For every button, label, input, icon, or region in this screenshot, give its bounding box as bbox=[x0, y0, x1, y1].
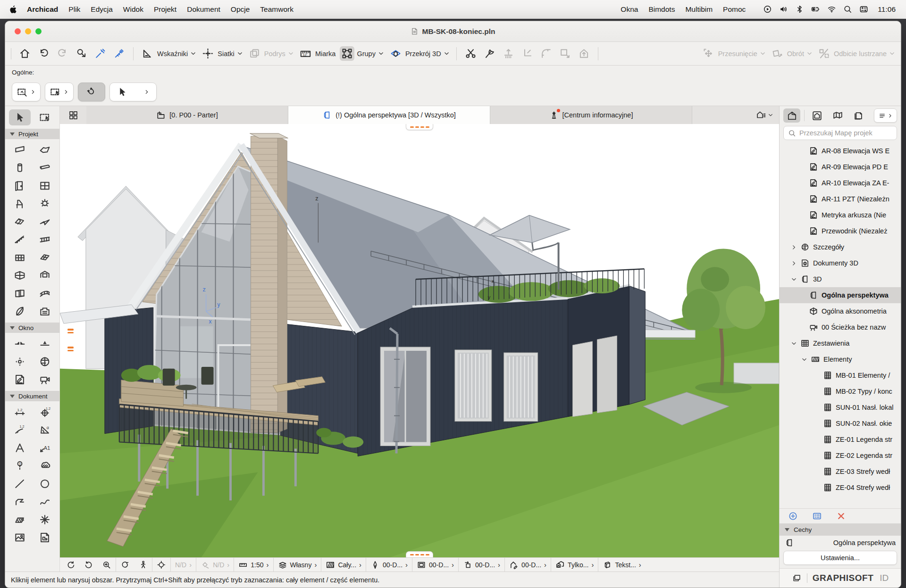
add-view-icon[interactable] bbox=[788, 511, 798, 521]
navigator-menu-button[interactable] bbox=[874, 108, 897, 123]
tree-item[interactable]: ZE-04 Strefy wedł bbox=[780, 480, 901, 496]
settings-button[interactable]: Ustawienia... bbox=[783, 551, 897, 565]
beam-tool[interactable] bbox=[34, 160, 56, 176]
renovation-filter-control[interactable]: N/D› bbox=[196, 558, 234, 571]
minimize-window-button[interactable] bbox=[25, 28, 31, 34]
battery-icon[interactable] bbox=[811, 5, 820, 14]
morph-tool[interactable] bbox=[34, 303, 56, 319]
menu-bimdots[interactable]: Bimdots bbox=[643, 5, 680, 14]
measure-button[interactable]: 12Miarka bbox=[298, 46, 336, 61]
fillet-button[interactable] bbox=[539, 46, 554, 61]
3d-style-control[interactable]: Tekst...› bbox=[598, 558, 645, 571]
marquee-button[interactable] bbox=[45, 83, 74, 101]
tree-item[interactable]: Dokumenty 3D bbox=[780, 255, 901, 271]
curtainwall-tool[interactable] bbox=[9, 249, 31, 265]
home-button[interactable] bbox=[17, 46, 32, 61]
warning-indicator-1[interactable] bbox=[67, 329, 74, 333]
groups-button[interactable]: Grupy bbox=[340, 46, 384, 61]
zoom-value-control[interactable]: N/D› bbox=[171, 558, 196, 571]
spline-tool[interactable] bbox=[34, 494, 56, 510]
tree-item[interactable]: AR-11 PZT (Niezależn bbox=[780, 191, 901, 207]
model-view-options-control[interactable]: Cały...› bbox=[321, 558, 366, 571]
delete-icon[interactable] bbox=[836, 511, 846, 521]
inject-parameters-button[interactable] bbox=[112, 46, 126, 61]
tab--centrum-informacyjne-[interactable]: [Centrum informacyjne] bbox=[490, 106, 692, 124]
fit-in-window-control[interactable] bbox=[152, 558, 170, 571]
windows-stack-icon[interactable] bbox=[792, 573, 802, 583]
camera-tool[interactable] bbox=[34, 372, 56, 388]
tree-item[interactable]: AR-09 Elewacja PD E bbox=[780, 159, 901, 175]
collapsed-palette-handle-top[interactable] bbox=[406, 124, 433, 130]
title-bar[interactable]: MB-SK-08-koniec.pln bbox=[5, 21, 901, 42]
grids-button[interactable]: Siatki bbox=[201, 46, 243, 61]
tree-item[interactable]: Przewodnik (Niezależ bbox=[780, 223, 901, 239]
3d-viewport[interactable]: z x y z y x bbox=[60, 124, 779, 557]
orbit-control[interactable] bbox=[116, 558, 134, 571]
intersect-button[interactable] bbox=[520, 46, 535, 61]
menu-widok[interactable]: Widok bbox=[118, 5, 149, 14]
zoom-forward-control[interactable] bbox=[80, 558, 98, 571]
window-tool[interactable] bbox=[34, 178, 56, 194]
explore-walk-control[interactable] bbox=[134, 558, 152, 571]
tree-item[interactable]: 3D bbox=[780, 271, 901, 287]
marquee-tool[interactable] bbox=[34, 109, 56, 125]
zoom-window-button[interactable] bbox=[35, 28, 42, 34]
tree-item[interactable]: SUN-01 Nasł. lokal bbox=[780, 399, 901, 415]
image-tool[interactable] bbox=[9, 530, 31, 546]
menu-pomoc[interactable]: Pomoc bbox=[718, 5, 751, 14]
undo-button[interactable] bbox=[36, 46, 51, 61]
cubegrid-tool[interactable] bbox=[9, 267, 31, 283]
shell-tool[interactable] bbox=[34, 214, 56, 230]
bluetooth-icon[interactable] bbox=[795, 5, 804, 14]
dimension-style-control[interactable]: 00-D...› bbox=[412, 558, 458, 571]
object-tool[interactable] bbox=[9, 196, 31, 212]
trim-button[interactable] bbox=[482, 46, 497, 61]
warning-indicator-2[interactable] bbox=[67, 347, 74, 351]
wall-tool[interactable] bbox=[9, 142, 31, 158]
arrow-tool[interactable] bbox=[9, 109, 31, 125]
tree-item[interactable]: Zestawienia bbox=[780, 335, 901, 351]
intelev-tool[interactable] bbox=[9, 354, 31, 370]
roof-tool[interactable] bbox=[9, 214, 31, 230]
view-settings-icon[interactable] bbox=[812, 511, 822, 521]
navigator-dropdown[interactable] bbox=[750, 106, 779, 124]
menu-projekt[interactable]: Projekt bbox=[149, 5, 182, 14]
orientation-control[interactable]: 00-D...› bbox=[459, 558, 504, 571]
trace-button[interactable]: Podrys bbox=[247, 46, 294, 61]
elevate-button[interactable] bbox=[577, 46, 591, 61]
tree-item[interactable]: Metryka arkusza (Nie bbox=[780, 207, 901, 223]
tab--og-lna-perspektywa-3d-wszystko-[interactable]: (!) Ogólna perspektywa [3D / Wszystko] bbox=[288, 106, 490, 124]
tree-item[interactable]: 00 Ścieżka bez nazw bbox=[780, 319, 901, 335]
tree-item[interactable]: Ogólna aksonometria bbox=[780, 303, 901, 319]
navigator-view-sheets[interactable] bbox=[850, 108, 867, 123]
brand-name[interactable]: GRAPHISOFT bbox=[813, 573, 874, 583]
adjust-button[interactable] bbox=[501, 46, 516, 61]
menu-dokument[interactable]: Dokument bbox=[182, 5, 226, 14]
play-circle-icon[interactable] bbox=[763, 5, 772, 14]
toolbox-section-projekt[interactable]: Projekt bbox=[5, 129, 59, 139]
dim-tool[interactable]: 1.2 bbox=[9, 404, 31, 420]
worksheet-tool[interactable] bbox=[9, 372, 31, 388]
tree-item[interactable]: AR-08 Elewacja WS E bbox=[780, 143, 901, 159]
leveldim-tool[interactable]: 1.2 bbox=[34, 404, 56, 420]
clock[interactable]: 11:06 bbox=[875, 5, 898, 14]
graphic-override-control[interactable]: 00-D...› bbox=[505, 558, 551, 571]
navigator-view-house[interactable] bbox=[783, 108, 800, 123]
fillcloud-tool[interactable] bbox=[34, 458, 56, 474]
menu-plik[interactable]: Plik bbox=[63, 5, 85, 14]
toolbox-section-dokument[interactable]: Dokument bbox=[5, 391, 59, 401]
pen-set-control[interactable]: 00-D...› bbox=[366, 558, 412, 571]
label-tool[interactable]: A1 bbox=[34, 440, 56, 456]
layer-combination-control[interactable]: Własny› bbox=[274, 558, 321, 571]
tree-item[interactable]: Szczegóły bbox=[780, 239, 901, 255]
polyline-tool[interactable] bbox=[9, 494, 31, 510]
column-tool[interactable] bbox=[9, 160, 31, 176]
hotspot-tool[interactable] bbox=[34, 512, 56, 528]
opening-tool[interactable] bbox=[9, 285, 31, 301]
door-tool[interactable] bbox=[9, 178, 31, 194]
skylight-tool[interactable] bbox=[34, 267, 56, 283]
split-button[interactable] bbox=[463, 46, 478, 61]
text-tool[interactable] bbox=[9, 440, 31, 456]
detail-tool[interactable] bbox=[34, 354, 56, 370]
drawing-tool[interactable] bbox=[34, 530, 56, 546]
